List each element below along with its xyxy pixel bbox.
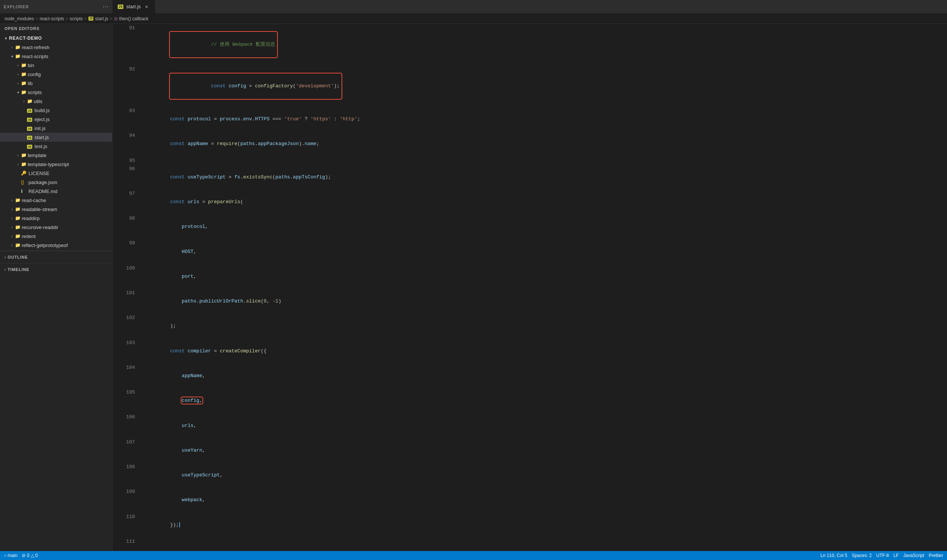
line-code-110: }); <box>135 513 947 537</box>
line-num-96: 96 <box>112 165 135 190</box>
sidebar-item-react-scripts[interactable]: ▾ 📁 react-scripts <box>0 52 112 61</box>
line-code-100: port, <box>135 264 947 289</box>
line-num-92: 92 <box>112 65 135 106</box>
breadcrumb: node_modules > react-scripts > scripts >… <box>0 14 947 24</box>
breadcrumb-startjs[interactable]: start.js <box>95 16 108 22</box>
code-line-100: 100 port, <box>112 264 947 289</box>
line-code-107: useYarn, <box>135 438 947 463</box>
code-line-105: 105 config, <box>112 388 947 413</box>
outline-arrow-icon: › <box>5 255 6 259</box>
line-code-108: useTypeScript, <box>135 463 947 488</box>
line-code-111 <box>135 537 947 546</box>
sidebar-item-template-typescript[interactable]: › 📁 template-typescript <box>0 160 112 169</box>
sidebar-item-ejectjs[interactable]: JS eject.js <box>0 115 112 124</box>
prettier[interactable]: Prettier <box>929 553 943 558</box>
breadcrumb-callback[interactable]: then() callback <box>119 16 148 22</box>
line-code-106: urls, <box>135 413 947 438</box>
code-line-95: 95 <box>112 157 947 165</box>
sidebar-item-packagejson[interactable]: {} package.json <box>0 178 112 187</box>
sidebar-item-utils[interactable]: › 📁 utils <box>0 97 112 106</box>
line-col[interactable]: Ln 110, Col 5 <box>821 553 847 558</box>
sidebar-item-redent[interactable]: › 📁 redent <box>0 232 112 241</box>
line-num-110: 110 <box>112 513 135 537</box>
project-label: REACT-DEMO <box>9 35 42 41</box>
line-num-101: 101 <box>112 289 135 314</box>
line-code-97: const urls = prepareUrls( <box>135 190 947 214</box>
encoding[interactable]: UTF-8 <box>876 553 889 558</box>
code-line-91: 91 // 使用 Webpack 配置信息 <box>112 24 947 65</box>
line-num-109: 109 <box>112 488 135 512</box>
language[interactable]: JavaScript <box>903 553 924 558</box>
line-code-109: webpack, <box>135 488 947 512</box>
breadcrumb-scripts[interactable]: scripts <box>70 16 83 22</box>
sidebar-item-license[interactable]: 🔑 LICENSE <box>0 169 112 178</box>
error-count[interactable]: ⊘ 0 △ 0 <box>22 553 37 558</box>
js-file-icon: JS <box>118 5 123 9</box>
line-num-111: 111 <box>112 537 135 546</box>
sidebar-item-readable-stream[interactable]: › 📁 readable-stream <box>0 205 112 214</box>
line-num-105: 105 <box>112 388 135 413</box>
sidebar-item-scripts[interactable]: ▾ 📁 scripts <box>0 88 112 97</box>
sidebar-item-read-cache[interactable]: › 📁 read-cache <box>0 196 112 205</box>
code-line-97: 97 const urls = prepareUrls( <box>112 190 947 214</box>
sidebar-item-startjs[interactable]: JS start.js <box>0 133 112 142</box>
breadcrumb-react-scripts[interactable]: react-scripts <box>40 16 64 22</box>
sidebar-item-buildjs[interactable]: JS build.js <box>0 106 112 115</box>
timeline-header[interactable]: › TIMELINE <box>0 265 112 274</box>
code-line-109: 109 webpack, <box>112 488 947 512</box>
line-num-98: 98 <box>112 214 135 239</box>
line-code-96: const useTypeScript = fs.existsSync(path… <box>135 165 947 190</box>
line-num-99: 99 <box>112 239 135 264</box>
active-tab[interactable]: JS start.js × <box>112 0 155 14</box>
outline-section: › OUTLINE <box>0 251 112 263</box>
code-line-102: 102 ); <box>112 314 947 338</box>
breadcrumb-node-modules[interactable]: node_modules <box>5 16 34 22</box>
line-num-97: 97 <box>112 190 135 214</box>
outline-label: OUTLINE <box>8 255 28 259</box>
line-code-105: config, <box>135 388 947 413</box>
sidebar-item-readme[interactable]: ℹ README.md <box>0 187 112 196</box>
line-code-92: const config = configFactory('developmen… <box>135 65 947 106</box>
timeline-label: TIMELINE <box>8 267 29 272</box>
project-root[interactable]: ▾ REACT-DEMO <box>0 34 112 43</box>
sidebar-item-react-refresh[interactable]: › 📁 react-refresh <box>0 43 112 52</box>
git-branch[interactable]: ⑁ main <box>4 553 17 558</box>
line-code-101: paths.publicUrlOrPath.slice(0, -1) <box>135 289 947 314</box>
sidebar-item-lib[interactable]: › 📁 lib <box>0 79 112 88</box>
code-line-111: 111 <box>112 537 947 546</box>
project-arrow: ▾ <box>3 36 9 40</box>
sidebar: OPEN EDITORS ▾ REACT-DEMO › 📁 react-refr… <box>0 24 112 551</box>
sidebar-item-config[interactable]: › 📁 config <box>0 70 112 79</box>
code-editor[interactable]: 91 // 使用 Webpack 配置信息 92 const config = … <box>112 24 947 551</box>
code-line-98: 98 protocol, <box>112 214 947 239</box>
eol[interactable]: LF <box>893 553 899 558</box>
sidebar-item-readdirp[interactable]: › 📁 readdirp <box>0 214 112 223</box>
code-table: 91 // 使用 Webpack 配置信息 92 const config = … <box>112 24 947 546</box>
sidebar-item-template[interactable]: › 📁 template <box>0 151 112 160</box>
line-num-91: 91 <box>112 24 135 65</box>
line-code-103: const compiler = createCompiler({ <box>135 339 947 364</box>
outline-header[interactable]: › OUTLINE <box>0 252 112 262</box>
sidebar-item-testjs[interactable]: JS test.js <box>0 142 112 151</box>
line-num-100: 100 <box>112 264 135 289</box>
code-line-107: 107 useYarn, <box>112 438 947 463</box>
line-num-93: 93 <box>112 107 135 132</box>
code-line-110: 110 }); <box>112 513 947 537</box>
line-code-104: appName, <box>135 364 947 388</box>
line-code-93: const protocol = process.env.HTTPS === '… <box>135 107 947 132</box>
timeline-section: › TIMELINE <box>0 263 112 275</box>
sidebar-item-initjs[interactable]: JS init.js <box>0 124 112 133</box>
code-line-93: 93 const protocol = process.env.HTTPS ==… <box>112 107 947 132</box>
line-num-106: 106 <box>112 413 135 438</box>
open-editors-header: OPEN EDITORS <box>0 24 112 33</box>
line-num-103: 103 <box>112 339 135 364</box>
code-line-103: 103 const compiler = createCompiler({ <box>112 339 947 364</box>
sidebar-item-bin[interactable]: › 📁 bin <box>0 61 112 70</box>
sidebar-item-reflect-getprototypeof[interactable]: › 📁 reflect-getprototypeof <box>0 241 112 250</box>
more-options-icon[interactable]: ··· <box>103 3 109 10</box>
code-line-106: 106 urls, <box>112 413 947 438</box>
spaces[interactable]: Spaces: 2 <box>852 553 872 558</box>
tab-close-button[interactable]: × <box>143 4 149 10</box>
sidebar-item-recursive-readdir[interactable]: › 📁 recursive-readdir <box>0 223 112 232</box>
line-code-91: // 使用 Webpack 配置信息 <box>135 24 947 65</box>
